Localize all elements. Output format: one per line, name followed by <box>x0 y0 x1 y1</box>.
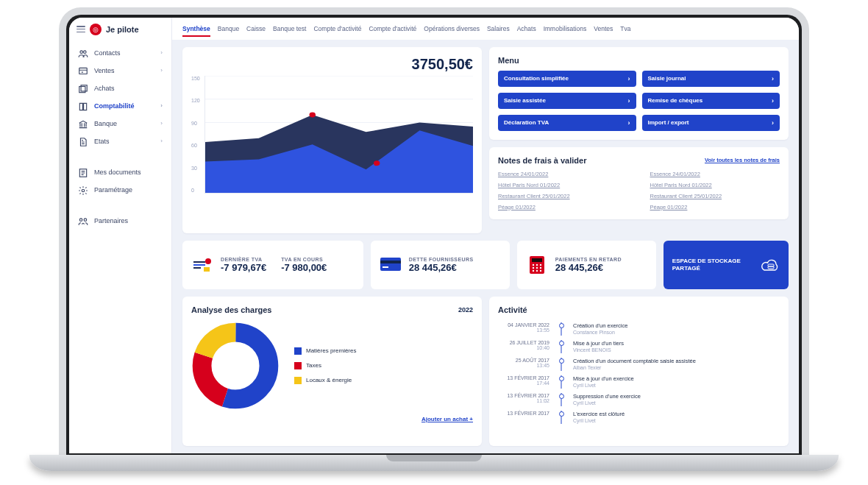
kpi-value: -7 979,67€ <box>221 262 266 273</box>
tab-8[interactable]: Achats <box>517 25 536 37</box>
chevron-right-icon: › <box>628 119 630 127</box>
kpi-value: -7 980,00€ <box>281 262 327 273</box>
menu-btn-5[interactable]: Import / export› <box>642 115 780 131</box>
sidebar-item-mesdocuments[interactable]: Mes documents <box>69 163 171 181</box>
card-icon <box>380 255 402 275</box>
note-link[interactable]: Hôtel Paris Nord 01/2022 <box>650 182 780 188</box>
sidebar-item-label: Ventes <box>94 67 115 74</box>
svg-point-33 <box>533 270 534 272</box>
sidebar: ◎ Je pilote Contacts›Ventes›AchatsCompta… <box>69 18 172 453</box>
part-icon <box>78 216 88 225</box>
notes-viewall-link[interactable]: Voir toutes les notes de frais <box>705 157 780 163</box>
kpi-label: PAIEMENTS EN RETARD <box>555 257 622 262</box>
sidebar-item-label: Mes documents <box>94 169 141 176</box>
tab-5[interactable]: Compte d'activité <box>369 25 416 37</box>
tab-4[interactable]: Compte d'activité <box>313 25 361 37</box>
sidebar-item-ventes[interactable]: Ventes› <box>69 62 171 79</box>
svg-point-6 <box>82 189 85 192</box>
svg-point-32 <box>540 267 541 269</box>
tab-10[interactable]: Ventes <box>594 25 613 37</box>
docs-icon <box>78 168 88 177</box>
sidebar-item-comptabilit[interactable]: Comptabilité› <box>69 97 171 115</box>
main: SynthèseBanqueCaisseBanque testCompte d'… <box>172 18 799 453</box>
sidebar-item-paramtrage[interactable]: Paramétrage <box>69 181 171 199</box>
activity-item[interactable]: 25 AOÛT 201713:45Création d'un document … <box>498 355 780 373</box>
sidebar-item-etats[interactable]: Etats› <box>69 132 171 150</box>
legend-item: Locaux & énergie <box>294 377 356 384</box>
balance-amount: 3750,50€ <box>191 56 473 73</box>
tab-6[interactable]: Opérations diverses <box>424 25 480 37</box>
activity-item[interactable]: 26 JUILLET 201910:40Mise à jour d'un tie… <box>498 338 780 355</box>
activity-item[interactable]: 13 FÉVRIER 201717:44Mise à jour d'un exe… <box>498 373 780 391</box>
chevron-right-icon: › <box>772 119 774 127</box>
activity-item[interactable]: 13 FÉVRIER 2017L'exercice est clôturéCyr… <box>498 408 780 426</box>
tab-9[interactable]: Immobilisations <box>544 25 587 37</box>
sidebar-item-label: Partenaires <box>94 217 128 224</box>
sidebar-item-banque[interactable]: Banque› <box>69 115 171 132</box>
svg-rect-22 <box>380 258 401 271</box>
chevron-right-icon: › <box>160 102 163 109</box>
tab-0[interactable]: Synthèse <box>182 25 210 37</box>
ventes-icon <box>78 66 88 75</box>
sidebar-item-label: Achats <box>94 85 115 92</box>
sidebar-item-label: Paramétrage <box>94 186 132 194</box>
tab-11[interactable]: Tva <box>620 25 630 37</box>
sidebar-item-contacts[interactable]: Contacts› <box>69 44 171 62</box>
note-link[interactable]: Essence 24/01/2022 <box>498 171 628 177</box>
area-chart: 1501209060300 <box>191 76 473 194</box>
svg-point-42 <box>218 349 252 383</box>
svg-rect-17 <box>193 261 205 263</box>
kpi-value: 28 445,26€ <box>555 262 622 273</box>
brand-name: Je pilote <box>106 25 139 34</box>
timeline-dot-icon <box>559 411 564 417</box>
note-link[interactable]: Essence 24/01/2022 <box>650 171 780 177</box>
chevron-right-icon: › <box>628 75 630 82</box>
chevron-right-icon: › <box>160 138 163 144</box>
svg-rect-2 <box>79 68 88 74</box>
sidebar-item-label: Banque <box>94 120 117 127</box>
tab-7[interactable]: Salaires <box>487 25 510 37</box>
note-link[interactable]: Hôtel Paris Nord 01/2022 <box>498 182 628 188</box>
note-link[interactable]: Restaurant Client 25/01/2022 <box>498 193 628 199</box>
note-link[interactable]: Péage 01/2022 <box>498 204 628 210</box>
menu-btn-3[interactable]: Remise de chèques› <box>642 93 780 109</box>
kpi-label: TVA EN COURS <box>281 257 327 262</box>
banque-icon <box>78 119 88 128</box>
kpi-label: DETTE FOURNISSEURS <box>409 257 474 262</box>
menu-icon[interactable] <box>77 26 85 32</box>
kpi-debt[interactable]: DETTE FOURNISSEURS28 445,26€ <box>371 241 510 289</box>
legend-item: Taxes <box>294 362 356 369</box>
note-link[interactable]: Restaurant Client 25/01/2022 <box>650 193 780 199</box>
timeline-dot-icon <box>559 358 564 364</box>
sidebar-item-partenaires[interactable]: Partenaires <box>69 212 171 230</box>
sidebar-item-label: Comptabilité <box>94 102 135 110</box>
menu-btn-4[interactable]: Déclaration TVA› <box>498 115 636 131</box>
menu-btn-2[interactable]: Saisie assistée› <box>498 93 636 109</box>
donut-chart <box>191 322 280 410</box>
etats-icon <box>78 137 88 146</box>
svg-point-7 <box>79 218 82 221</box>
menu-btn-0[interactable]: Consultation simplifiée› <box>498 71 636 87</box>
kpi-late[interactable]: PAIEMENTS EN RETARD28 445,26€ <box>517 241 656 289</box>
brand-logo: ◎ <box>90 24 102 35</box>
kpi-value: 28 445,26€ <box>409 262 474 273</box>
activity-item[interactable]: 04 JANVIER 202213:55Création d'un exerci… <box>498 320 780 338</box>
charges-card: Analyse des charges 2022 Mati <box>182 297 482 446</box>
sidebar-item-achats[interactable]: Achats <box>69 79 171 97</box>
achats-icon <box>78 84 88 93</box>
svg-rect-23 <box>380 261 401 263</box>
svg-rect-26 <box>532 258 542 262</box>
menu-btn-1[interactable]: Saisie journal› <box>642 71 780 87</box>
storage-button[interactable]: ESPACE DE STOCKAGE PARTAGÉ <box>664 241 789 289</box>
note-link[interactable]: Péage 01/2022 <box>650 204 780 210</box>
top-tabs: SynthèseBanqueCaisseBanque testCompte d'… <box>172 18 799 40</box>
tab-3[interactable]: Banque test <box>273 25 306 37</box>
activity-item[interactable]: 13 FÉVRIER 201711:02Suppression d'une ex… <box>498 391 780 408</box>
svg-point-30 <box>533 267 534 269</box>
tab-1[interactable]: Banque <box>218 25 239 37</box>
add-purchase-link[interactable]: Ajouter un achat + <box>191 416 473 422</box>
kpi-tva[interactable]: DERNIÈRE TVA-7 979,67€ TVA EN COURS-7 98… <box>182 241 363 289</box>
svg-point-16 <box>374 160 380 166</box>
svg-rect-24 <box>383 266 388 268</box>
tab-2[interactable]: Caisse <box>246 25 266 37</box>
